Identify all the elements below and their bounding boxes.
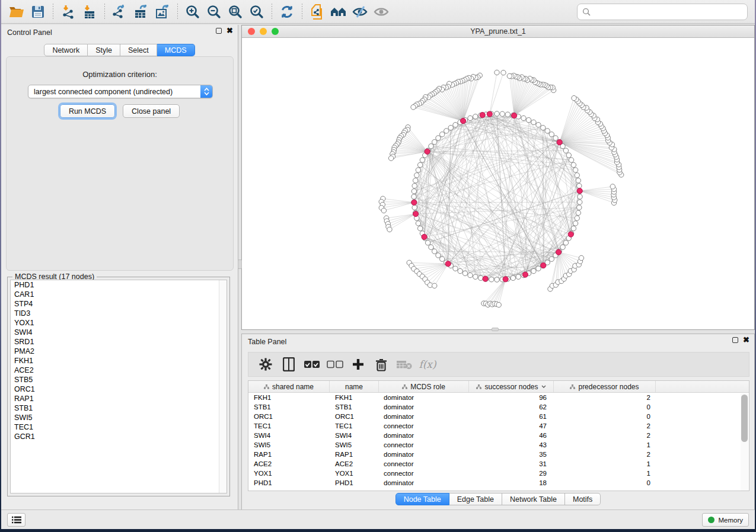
- table-cell[interactable]: dominator: [379, 393, 469, 402]
- table-cell[interactable]: PHD1: [248, 478, 330, 488]
- table-scrollbar[interactable]: [741, 393, 748, 491]
- table-cell[interactable]: FKH1: [248, 393, 330, 402]
- table-cell[interactable]: 29: [469, 469, 554, 478]
- export-image-icon[interactable]: [154, 3, 171, 21]
- table-cell[interactable]: YOX1: [330, 469, 379, 478]
- mcds-result-item[interactable]: SWI4: [11, 328, 227, 337]
- table-cell[interactable]: 35: [469, 450, 554, 459]
- show-column-icon[interactable]: [279, 355, 299, 373]
- mcds-result-item[interactable]: CAR1: [11, 290, 227, 299]
- panel-divider-grip[interactable]: [492, 328, 499, 331]
- table-cell[interactable]: 61: [469, 412, 554, 421]
- open-file-icon[interactable]: [8, 3, 25, 21]
- save-session-icon[interactable]: [29, 3, 47, 21]
- table-cell[interactable]: 31: [469, 459, 554, 469]
- mcds-result-item[interactable]: STP4: [11, 299, 227, 309]
- table-cell[interactable]: RAP1: [248, 450, 330, 459]
- mcds-result-item[interactable]: YOX1: [11, 318, 227, 328]
- table-cell[interactable]: 1: [554, 469, 656, 478]
- mcds-result-item[interactable]: GCR1: [11, 432, 227, 441]
- settings-gear-icon[interactable]: [256, 355, 276, 373]
- mcds-result-item[interactable]: STB1: [11, 403, 227, 413]
- zoom-fit-icon[interactable]: [227, 3, 244, 21]
- import-network-icon[interactable]: [59, 3, 77, 21]
- table-cell[interactable]: 0: [554, 402, 656, 412]
- table-row[interactable]: YOX1YOX1connector291: [248, 469, 749, 478]
- table-cell[interactable]: dominator: [379, 450, 469, 459]
- column-header-mcds-role[interactable]: MCDS role: [379, 381, 469, 392]
- table-cell[interactable]: connector: [379, 459, 469, 469]
- criterion-dropdown[interactable]: largest connected component (undirected): [28, 85, 213, 98]
- table-row[interactable]: PHD1PHD1dominator180: [248, 478, 749, 488]
- mcds-result-item[interactable]: ORC1: [11, 384, 227, 394]
- table-cell[interactable]: 43: [469, 440, 554, 450]
- delete-column-icon[interactable]: [371, 355, 391, 373]
- mcds-result-item[interactable]: SWI5: [11, 413, 227, 422]
- table-cell[interactable]: 1: [554, 459, 656, 469]
- table-cell[interactable]: SWI5: [248, 440, 330, 450]
- table-cell[interactable]: STB1: [248, 402, 330, 412]
- mcds-list-scrollbar[interactable]: [219, 280, 227, 493]
- memory-button[interactable]: Memory: [702, 513, 749, 527]
- table-cell[interactable]: TEC1: [330, 421, 379, 431]
- table-row[interactable]: STB1STB1dominator620: [248, 402, 749, 412]
- table-cell[interactable]: YOX1: [248, 469, 330, 478]
- table-row[interactable]: TEC1TEC1connector472: [248, 421, 749, 431]
- table-row[interactable]: ACE2ACE2connector311: [248, 459, 749, 469]
- table-cell[interactable]: PHD1: [330, 478, 379, 488]
- task-history-button[interactable]: [7, 513, 25, 527]
- table-scrollbar-thumb[interactable]: [741, 395, 748, 442]
- mcds-result-item[interactable]: PMA2: [11, 347, 227, 356]
- tab-style[interactable]: Style: [88, 44, 120, 56]
- table-cell[interactable]: 2: [554, 431, 656, 440]
- table-cell[interactable]: connector: [379, 469, 469, 478]
- mcds-result-item[interactable]: ACE2: [11, 366, 227, 375]
- close-panel-button[interactable]: Close panel: [123, 104, 180, 118]
- table-cell[interactable]: 2: [554, 393, 656, 402]
- network-graph[interactable]: [242, 38, 754, 329]
- mcds-result-item[interactable]: STB5: [11, 375, 227, 384]
- close-window-icon[interactable]: [248, 28, 255, 35]
- maximize-window-icon[interactable]: [272, 28, 279, 35]
- tab-network[interactable]: Network: [44, 44, 88, 56]
- import-table-icon[interactable]: [81, 3, 98, 21]
- new-network-from-selection-icon[interactable]: [308, 3, 326, 21]
- show-all-icon[interactable]: [372, 3, 390, 21]
- search-input[interactable]: [591, 6, 747, 18]
- table-cell[interactable]: ORC1: [330, 412, 379, 421]
- table-cell[interactable]: ACE2: [330, 459, 379, 469]
- table-cell[interactable]: SWI4: [330, 431, 379, 440]
- table-cell[interactable]: 62: [469, 402, 554, 412]
- network-window-titlebar[interactable]: YPA_prune.txt_1: [242, 25, 754, 38]
- table-row[interactable]: FKH1FKH1dominator962: [248, 393, 749, 402]
- table-cell[interactable]: 96: [469, 393, 554, 402]
- column-header-successor-nodes[interactable]: successor nodes: [469, 381, 554, 392]
- mcds-result-item[interactable]: FKH1: [11, 356, 227, 366]
- table-cell[interactable]: connector: [379, 440, 469, 450]
- table-cell[interactable]: 1: [554, 440, 656, 450]
- tab-select[interactable]: Select: [120, 44, 157, 56]
- close-panel-icon[interactable]: ✖: [743, 337, 749, 343]
- run-mcds-button[interactable]: Run MCDS: [60, 104, 115, 118]
- table-cell[interactable]: connector: [379, 421, 469, 431]
- tab-network-table[interactable]: Network Table: [502, 493, 565, 505]
- table-cell[interactable]: FKH1: [330, 393, 379, 402]
- float-panel-icon[interactable]: [732, 337, 738, 343]
- table-cell[interactable]: SWI4: [248, 431, 330, 440]
- tab-edge-table[interactable]: Edge Table: [449, 493, 502, 505]
- column-header-name[interactable]: name: [330, 381, 379, 392]
- close-panel-icon[interactable]: ✖: [227, 28, 233, 34]
- deselect-all-checkboxes-icon[interactable]: [325, 355, 345, 373]
- table-cell[interactable]: RAP1: [330, 450, 379, 459]
- float-panel-icon[interactable]: [216, 28, 222, 34]
- mcds-result-item[interactable]: RAP1: [11, 394, 227, 403]
- table-cell[interactable]: ACE2: [248, 459, 330, 469]
- mcds-result-item[interactable]: TID3: [11, 309, 227, 318]
- table-cell[interactable]: 47: [469, 421, 554, 431]
- table-cell[interactable]: 0: [554, 412, 656, 421]
- table-cell[interactable]: 2: [554, 450, 656, 459]
- mcds-result-item[interactable]: TEC1: [11, 422, 227, 432]
- table-row[interactable]: SWI4SWI4dominator462: [248, 431, 749, 440]
- export-table-icon[interactable]: [132, 3, 150, 21]
- select-all-checkboxes-icon[interactable]: [302, 355, 322, 373]
